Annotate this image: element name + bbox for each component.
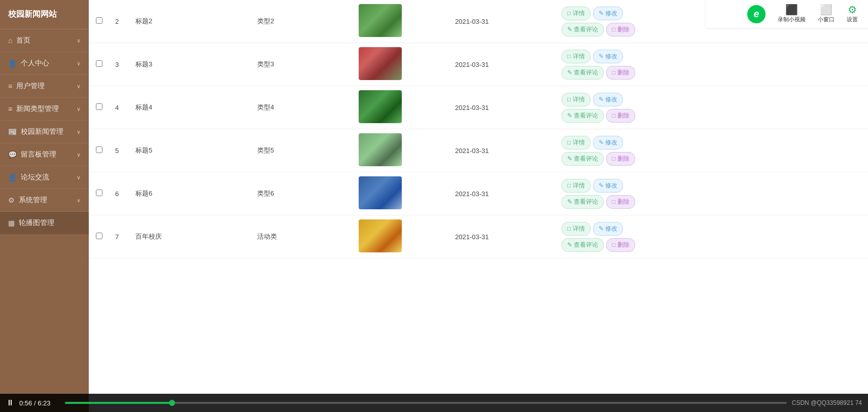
table-row: 7 百年校庆 活动类 2021-03-31 □ 详情 ✎ 修改 ✎ 查看评论 □… <box>89 215 868 258</box>
comment-button[interactable]: ✎ 查看评论 <box>562 109 604 123</box>
row-checkbox-7[interactable] <box>96 233 102 239</box>
row-title: 标题5 <box>129 129 211 172</box>
row-date: 2021-03-31 <box>449 43 515 86</box>
news-table: 2 标题2 类型2 2021-03-31 □ 详情 ✎ 修改 ✎ 查看评论 □ … <box>89 0 868 258</box>
sidebar-item-home-label: 首页 <box>16 36 30 45</box>
row-type: 类型4 <box>251 86 312 129</box>
sidebar-item-news-mgmt[interactable]: 📰 校园新闻管理 ∨ <box>0 121 89 143</box>
sidebar-item-board-mgmt-label: 留言板管理 <box>21 150 56 159</box>
comment-button[interactable]: ✎ 查看评论 <box>562 152 604 166</box>
sidebar-item-carousel-mgmt[interactable]: ▦ 轮播图管理 <box>0 212 89 235</box>
delete-button[interactable]: □ 删除 <box>606 195 635 209</box>
detail-button[interactable]: □ 详情 <box>562 179 591 193</box>
detail-button[interactable]: □ 详情 <box>562 136 591 149</box>
home-icon: ⌂ <box>8 36 12 45</box>
row-id: 4 <box>109 86 129 129</box>
delete-button[interactable]: □ 删除 <box>606 66 635 80</box>
comment-button[interactable]: ✎ 查看评论 <box>562 195 604 209</box>
row-image <box>353 43 408 86</box>
sidebar-item-forum[interactable]: 👤 论坛交流 ∨ <box>0 166 89 189</box>
sidebar-item-system-mgmt[interactable]: ⚙ 系统管理 ∨ <box>0 189 89 212</box>
row-id: 2 <box>109 0 129 43</box>
comment-button[interactable]: ✎ 查看评论 <box>562 238 604 252</box>
news-mgmt-arrow: ∨ <box>77 129 81 135</box>
row-title: 标题6 <box>129 172 211 215</box>
row-id: 3 <box>109 43 129 86</box>
detail-button[interactable]: □ 详情 <box>562 93 591 106</box>
profile-icon: 👤 <box>8 59 17 67</box>
edit-button[interactable]: ✎ 修改 <box>593 179 623 193</box>
sidebar-item-board-mgmt[interactable]: 💬 留言板管理 ∨ <box>0 143 89 166</box>
delete-button[interactable]: □ 删除 <box>606 23 635 36</box>
comment-button[interactable]: ✎ 查看评论 <box>562 23 604 36</box>
edit-button[interactable]: ✎ 修改 <box>593 222 623 236</box>
row-date: 2021-03-31 <box>449 172 515 215</box>
edit-button[interactable]: ✎ 修改 <box>593 50 623 63</box>
settings-button[interactable]: ⚙ 设置 <box>847 5 858 23</box>
small-window-label: 小窗口 <box>818 16 835 23</box>
detail-button[interactable]: □ 详情 <box>562 222 591 236</box>
user-mgmt-icon: ≡ <box>8 82 12 90</box>
board-mgmt-arrow: ∨ <box>77 152 81 158</box>
settings-label: 设置 <box>847 16 858 23</box>
table-row: 5 标题5 类型5 2021-03-31 □ 详情 ✎ 修改 ✎ 查看评论 □ … <box>89 129 868 172</box>
row-actions: □ 详情 ✎ 修改 ✎ 查看评论 □ 删除 <box>555 43 868 86</box>
small-window-icon: ⬜ <box>820 5 832 15</box>
system-mgmt-arrow: ∨ <box>77 197 81 204</box>
row-checkbox-4[interactable] <box>96 103 102 110</box>
row-actions: □ 详情 ✎ 修改 ✎ 查看评论 □ 删除 <box>555 129 868 172</box>
row-checkbox-5[interactable] <box>96 146 102 153</box>
app-title: 校园新闻网站 <box>0 0 89 29</box>
row-id: 5 <box>109 129 129 172</box>
carousel-mgmt-icon: ▦ <box>8 219 15 227</box>
video-watermark: CSDN @QQ33598921 74 <box>792 399 862 406</box>
table-row: 3 标题3 类型3 2021-03-31 □ 详情 ✎ 修改 ✎ 查看评论 □ … <box>89 43 868 86</box>
row-image <box>353 215 408 258</box>
delete-button[interactable]: □ 删除 <box>606 238 635 252</box>
delete-button[interactable]: □ 删除 <box>606 152 635 166</box>
video-bar: ⏸ 0:56 / 6:23 CSDN @QQ33598921 74 <box>0 394 868 412</box>
comment-button[interactable]: ✎ 查看评论 <box>562 66 604 80</box>
delete-button[interactable]: □ 删除 <box>606 109 635 123</box>
video-progress-fill <box>65 402 172 404</box>
sidebar-item-news-type-label: 新闻类型管理 <box>16 104 59 114</box>
sidebar-item-home[interactable]: ⌂ 首页 ∨ <box>0 29 89 52</box>
video-progress-bar[interactable] <box>65 402 787 404</box>
row-date: 2021-03-31 <box>449 86 515 129</box>
detail-button[interactable]: □ 详情 <box>562 50 591 63</box>
row-checkbox-3[interactable] <box>96 60 102 67</box>
row-type: 类型3 <box>251 43 312 86</box>
profile-arrow: ∨ <box>77 60 81 67</box>
row-image <box>353 0 408 43</box>
sidebar-item-user-mgmt[interactable]: ≡ 用户管理 ∨ <box>0 75 89 98</box>
edit-button[interactable]: ✎ 修改 <box>593 136 623 149</box>
row-actions: □ 详情 ✎ 修改 ✎ 查看评论 □ 删除 <box>555 172 868 215</box>
edit-button[interactable]: ✎ 修改 <box>593 93 623 106</box>
news-mgmt-icon: 📰 <box>8 128 17 136</box>
row-id: 7 <box>109 215 129 258</box>
row-date: 2021-03-31 <box>449 129 515 172</box>
row-checkbox-6[interactable] <box>96 190 102 196</box>
row-image <box>353 86 408 129</box>
row-actions: □ 详情 ✎ 修改 ✎ 查看评论 □ 删除 <box>555 215 868 258</box>
row-type: 类型6 <box>251 172 312 215</box>
sidebar-item-forum-label: 论坛交流 <box>21 173 49 182</box>
video-pause-button[interactable]: ⏸ <box>6 398 14 407</box>
edit-button[interactable]: ✎ 修改 <box>593 7 623 20</box>
record-video-button[interactable]: ⬛ 录制小视频 <box>778 5 806 23</box>
record-video-icon: ⬛ <box>785 5 798 15</box>
row-title: 标题3 <box>129 43 211 86</box>
detail-button[interactable]: □ 详情 <box>562 7 591 20</box>
sidebar-item-system-mgmt-label: 系统管理 <box>19 196 47 205</box>
video-time: 0:56 / 6:23 <box>19 399 60 407</box>
sidebar-item-profile[interactable]: 👤 个人中心 ∨ <box>0 52 89 75</box>
row-type: 活动类 <box>251 215 312 258</box>
sidebar: 校园新闻网站 ⌂ 首页 ∨ 👤 个人中心 ∨ ≡ 用户管理 ∨ ≡ 新闻类型管理… <box>0 0 89 412</box>
home-arrow: ∨ <box>77 38 81 44</box>
small-window-button[interactable]: ⬜ 小窗口 <box>818 5 835 23</box>
row-title: 标题2 <box>129 0 211 43</box>
row-checkbox-2[interactable] <box>96 17 102 24</box>
top-toolbar: e ⬛ 录制小视频 ⬜ 小窗口 ⚙ 设置 <box>706 0 868 28</box>
row-date: 2021-03-31 <box>449 215 515 258</box>
sidebar-item-news-type-mgmt[interactable]: ≡ 新闻类型管理 ∨ <box>0 98 89 121</box>
